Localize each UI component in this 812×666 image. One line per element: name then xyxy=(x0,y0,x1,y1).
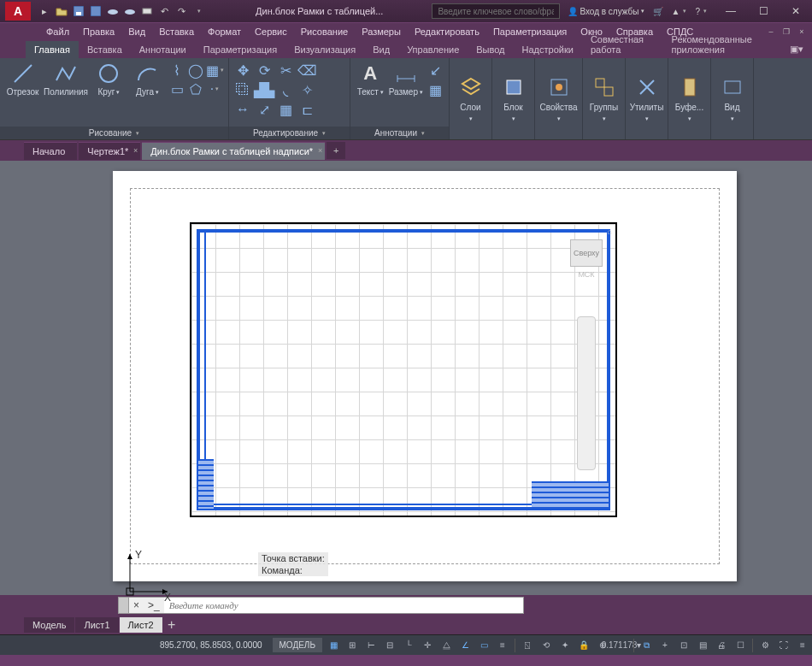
qat-redo-icon[interactable]: ↷ xyxy=(174,4,188,18)
qat-cloud-save-icon[interactable] xyxy=(123,4,137,18)
polyline-button[interactable]: Полилиния xyxy=(44,62,88,97)
ribbon-tab-featured[interactable]: Рекомендованные приложения xyxy=(663,31,781,58)
ribbon-tab-search-icon[interactable]: ▣▾ xyxy=(781,40,812,58)
ribbon-tab-addins[interactable]: Надстройки xyxy=(514,41,582,58)
panel-view[interactable]: Вид▾ xyxy=(711,58,754,139)
doc-tab-add-button[interactable]: + xyxy=(327,142,345,159)
viewcube[interactable]: Сверху xyxy=(570,239,603,267)
qat-save-icon[interactable] xyxy=(72,4,85,18)
arc-button[interactable]: Дуга▾ xyxy=(130,62,165,97)
osnap-icon[interactable]: ∠ xyxy=(456,636,474,655)
transparency-icon[interactable]: ⍂ xyxy=(518,636,537,655)
command-input[interactable] xyxy=(164,598,523,613)
menu-insert[interactable]: Вставка xyxy=(152,25,201,38)
isolate-icon[interactable]: ☐ xyxy=(731,636,750,655)
point-icon[interactable]: · xyxy=(206,80,223,97)
ribbon-tab-output[interactable]: Вывод xyxy=(468,41,513,58)
doc-tab-dynblock[interactable]: Дин.блок Рамки с таблицей надписи*× xyxy=(142,142,325,160)
drawing-area[interactable]: ⌂ Сверху МСК YX Точка вставки: Команда: xyxy=(0,161,812,595)
panel-annotation-title[interactable]: Аннотации xyxy=(350,127,449,139)
grid-icon[interactable]: ▦ xyxy=(324,636,343,655)
qat-plot-icon[interactable] xyxy=(140,4,154,18)
layout-tab-sheet2[interactable]: Лист2 xyxy=(120,617,162,633)
text-button[interactable]: A Текст▾ xyxy=(356,62,385,97)
array-icon[interactable]: ▦ xyxy=(277,101,294,118)
status-model-paper-toggle[interactable]: МОДЕЛЬ xyxy=(273,638,322,652)
move-icon[interactable]: ✥ xyxy=(234,62,251,79)
exchange-icon[interactable]: ▲ xyxy=(669,7,690,16)
panel-clipboard[interactable]: Буфе...▾ xyxy=(668,58,711,139)
rotate-icon[interactable]: ⟳ xyxy=(256,62,273,79)
snap-icon[interactable]: ⊞ xyxy=(343,636,362,655)
rectangle-icon[interactable]: ▭ xyxy=(168,80,185,97)
mdi-restore-icon[interactable]: ❐ xyxy=(780,26,793,38)
panel-utilities[interactable]: Утилиты▾ xyxy=(626,58,668,139)
polygon-icon[interactable]: ⬠ xyxy=(187,80,204,97)
hatch-icon[interactable]: ▦ xyxy=(206,62,223,79)
menu-tools[interactable]: Сервис xyxy=(248,25,294,38)
scale-icon[interactable]: ⤢ xyxy=(256,101,273,118)
menu-parametric[interactable]: Параметризация xyxy=(486,25,574,38)
ribbon-tab-view[interactable]: Вид xyxy=(364,41,398,58)
panel-groups[interactable]: Группы▾ xyxy=(583,58,626,139)
trim-icon[interactable]: ✂ xyxy=(277,62,294,79)
viewcube-home-icon[interactable]: ⌂ xyxy=(608,227,612,236)
ribbon-tab-home[interactable]: Главная xyxy=(26,41,79,58)
ribbon-tab-manage[interactable]: Управление xyxy=(398,41,468,58)
qat-saveas-icon[interactable] xyxy=(89,4,103,18)
viewcube-wcs[interactable]: МСК xyxy=(578,270,594,279)
qat-customize-icon[interactable] xyxy=(191,4,205,18)
polar-icon[interactable]: ✛ xyxy=(418,636,437,655)
line-button[interactable]: Отрезок xyxy=(5,62,40,97)
menu-draw[interactable]: Рисование xyxy=(294,25,355,38)
layout-viewport[interactable]: ⌂ Сверху МСК xyxy=(190,222,617,517)
stretch-icon[interactable]: ↔ xyxy=(234,101,251,118)
ortho-icon[interactable]: └ xyxy=(399,636,418,655)
isodraft-icon[interactable]: ⧋ xyxy=(437,636,456,655)
minimize-button[interactable]: — xyxy=(715,0,747,22)
cmdline-prompt-icon[interactable]: >_ xyxy=(144,599,164,611)
dynamic-input-icon[interactable]: ⊟ xyxy=(380,636,399,655)
qat-new-icon[interactable]: ▸ xyxy=(38,4,51,18)
panel-modify-title[interactable]: Редактирование xyxy=(229,127,350,139)
qat-undo-icon[interactable]: ↶ xyxy=(157,4,171,18)
mdi-close-icon[interactable]: × xyxy=(795,26,809,38)
circle-button[interactable]: Круг▾ xyxy=(91,62,127,97)
infer-icon[interactable]: ⊢ xyxy=(362,636,380,655)
offset-icon[interactable]: ⊏ xyxy=(298,101,315,118)
quick-properties-icon[interactable]: ▤ xyxy=(693,636,712,655)
leader-icon[interactable]: ↙ xyxy=(427,62,444,79)
navigation-bar[interactable] xyxy=(577,316,596,470)
annotation-monitor-icon[interactable]: + xyxy=(656,636,674,655)
menu-file[interactable]: Файл xyxy=(39,25,76,38)
ribbon-tab-parametric[interactable]: Параметризация xyxy=(195,41,285,58)
menu-modify[interactable]: Редактировать xyxy=(408,25,486,38)
close-icon[interactable]: × xyxy=(318,146,322,155)
status-coordinates[interactable]: 895.2700, 85.8503, 0.0000 xyxy=(151,640,271,650)
help-icon[interactable]: ? xyxy=(692,7,709,16)
app-store-icon[interactable]: 🛒 xyxy=(650,7,666,16)
panel-draw-title[interactable]: Рисование xyxy=(0,127,228,139)
erase-icon[interactable]: ⌫ xyxy=(298,62,315,79)
workspace-switch-icon[interactable]: ⧉ xyxy=(637,636,656,655)
units-icon[interactable]: ⊡ xyxy=(674,636,693,655)
mirror-icon[interactable]: ▟▙ xyxy=(256,81,273,98)
doc-tab-drawing1[interactable]: Чертеж1*× xyxy=(79,142,140,160)
keyword-search-input[interactable] xyxy=(432,3,560,19)
spline-icon[interactable]: ⌇ xyxy=(168,62,185,79)
menu-view[interactable]: Вид xyxy=(121,25,152,38)
menu-edit[interactable]: Правка xyxy=(76,25,121,38)
ribbon-tab-collab[interactable]: Совместная работа xyxy=(582,31,663,58)
signin-button[interactable]: 👤Вход в службы▾ xyxy=(565,7,646,16)
panel-properties[interactable]: Свойства▾ xyxy=(535,58,583,139)
3dosnap-icon[interactable]: ✦ xyxy=(556,636,574,655)
annotation-scale[interactable]: 0.171178 ▾ xyxy=(612,636,631,655)
qat-open-icon[interactable] xyxy=(55,4,68,18)
fillet-icon[interactable]: ◟ xyxy=(277,81,294,98)
cmdline-close-icon[interactable]: × xyxy=(129,599,144,611)
hardware-accel-icon[interactable]: ⚙ xyxy=(756,636,774,655)
annotation-visibility-icon[interactable]: 🔒 xyxy=(574,636,593,655)
qat-cloud-open-icon[interactable] xyxy=(106,4,120,18)
layout-tab-sheet1[interactable]: Лист1 xyxy=(75,617,118,633)
table-icon[interactable]: ▦ xyxy=(427,81,444,98)
